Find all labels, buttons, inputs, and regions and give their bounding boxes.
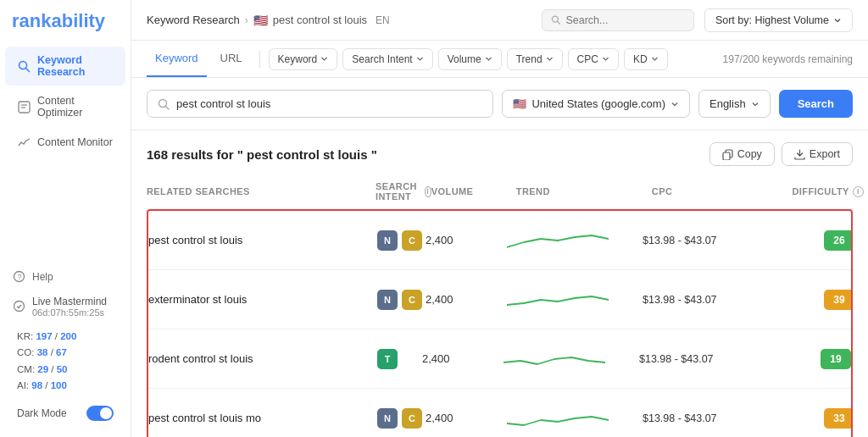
chevron-down-icon <box>670 100 679 108</box>
filter-kd-label: KD <box>633 53 648 65</box>
difficulty-cell: 39 <box>778 290 853 310</box>
nav-label-keyword-research: Keyword Research <box>37 54 114 78</box>
logo: rankability <box>0 10 131 46</box>
mastermind-icon <box>12 300 25 313</box>
keyword-search-box[interactable] <box>147 90 493 118</box>
mastermind-timer: 06d:07h:55m:25s <box>32 307 107 318</box>
trend-cell <box>507 220 643 260</box>
language-label: English <box>709 97 746 110</box>
intent-badge-c: C <box>402 230 422 251</box>
filter-keyword[interactable]: Keyword <box>269 48 338 70</box>
search-icon <box>158 98 170 110</box>
svg-text:?: ? <box>17 273 21 281</box>
content-optimizer-icon <box>17 100 31 113</box>
cpc-cell: $13.98 - $43.07 <box>639 353 775 365</box>
intent-badge-c: C <box>402 408 422 429</box>
keyword-cell: pest control st louis <box>148 222 377 258</box>
keyword-search-input[interactable] <box>176 97 482 110</box>
sort-button[interactable]: Sort by: Highest Volume <box>704 8 853 32</box>
col-related-searches: Related Searches <box>147 181 376 202</box>
filter-keyword-label: Keyword <box>278 53 318 65</box>
intent-badge-n: N <box>377 290 398 310</box>
chevron-down-icon <box>651 55 659 63</box>
intent-badge-n: N <box>377 230 398 251</box>
chevron-down-icon <box>602 55 609 63</box>
table-body: pest control st louisNC2,400$13.98 - $43… <box>147 209 853 437</box>
filter-kd[interactable]: KD <box>624 48 668 70</box>
topbar-search-box[interactable] <box>542 9 694 31</box>
search-area: 🇺🇸 United States (google.com) English Se… <box>131 78 868 130</box>
sidebar-item-content-optimizer[interactable]: Content Optimizer <box>5 87 125 126</box>
breadcrumb-separator: › <box>245 14 248 26</box>
kr-used: 197 <box>36 331 52 341</box>
tab-keyword[interactable]: Keyword <box>147 41 207 77</box>
svg-point-7 <box>14 301 24 312</box>
difficulty-cell: 33 <box>778 408 853 429</box>
filter-trend[interactable]: Trend <box>507 48 563 70</box>
sidebar-item-content-monitor[interactable]: Content Monitor <box>5 128 125 157</box>
export-icon <box>794 149 805 160</box>
topbar: Keyword Research › 🇺🇸 pest control st lo… <box>131 0 868 41</box>
tab-url-label: URL <box>220 52 242 64</box>
difficulty-info-icon[interactable]: i <box>853 186 864 197</box>
ai-total: 100 <box>51 380 67 390</box>
table-row[interactable]: rodent control st louisT2,400$13.98 - $4… <box>148 329 851 389</box>
logo-text: ability <box>51 10 105 31</box>
copy-icon <box>722 149 733 160</box>
difficulty-badge: 26 <box>824 230 853 251</box>
results-title: 168 results for " pest control st louis … <box>147 147 377 162</box>
mastermind-label: Live Mastermind <box>32 296 107 307</box>
topbar-search-input[interactable] <box>565 14 684 26</box>
country-flag: 🇺🇸 <box>513 97 526 110</box>
ai-used: 98 <box>31 380 42 390</box>
sidebar-item-keyword-research[interactable]: Keyword Research <box>5 47 125 86</box>
country-selector[interactable]: 🇺🇸 United States (google.com) <box>502 90 690 118</box>
table-row[interactable]: pest control st louis moNC2,400$13.98 - … <box>148 389 851 437</box>
breadcrumb: Keyword Research › 🇺🇸 pest control st lo… <box>147 14 390 27</box>
results-count: 168 <box>147 147 168 162</box>
filter-trend-label: Trend <box>516 53 542 65</box>
keyword-research-icon <box>17 59 31 73</box>
search-intent-info-icon[interactable]: i <box>425 186 431 197</box>
copy-label: Copy <box>737 148 762 160</box>
col-search-intent: Search Intent i <box>376 181 431 202</box>
results-label: results for " <box>171 147 243 162</box>
filter-volume-label: Volume <box>448 53 481 65</box>
main-content: Keyword Research › 🇺🇸 pest control st lo… <box>131 0 868 437</box>
difficulty-badge: 39 <box>824 290 853 310</box>
svg-line-11 <box>165 106 169 109</box>
nav-label-content-monitor: Content Monitor <box>37 136 113 148</box>
breadcrumb-link[interactable]: Keyword Research <box>147 14 240 26</box>
export-button[interactable]: Export <box>782 142 853 166</box>
intent-cell: T <box>377 349 419 369</box>
chevron-down-icon <box>485 55 492 63</box>
results-header: 168 results for " pest control st louis … <box>147 130 853 174</box>
copy-button[interactable]: Copy <box>709 142 775 166</box>
volume-cell: 2,400 <box>422 412 507 424</box>
dark-mode-toggle[interactable] <box>86 406 114 421</box>
sidebar-live-mastermind[interactable]: Live Mastermind 06d:07h:55m:25s <box>5 290 125 324</box>
filter-search-intent[interactable]: Search Intent <box>342 48 432 70</box>
table-row[interactable]: exterminator st louisNC2,400$13.98 - $43… <box>148 270 851 329</box>
toggle-dot <box>100 407 112 419</box>
search-button[interactable]: Search <box>779 90 853 118</box>
intent-badge-n: N <box>377 408 398 429</box>
col-difficulty: Difficulty i <box>787 181 864 202</box>
divider <box>259 51 260 68</box>
svg-line-9 <box>557 21 559 24</box>
tab-url[interactable]: URL <box>212 41 251 77</box>
intent-cell: NC <box>377 290 422 310</box>
co-total: 67 <box>56 347 67 357</box>
table-row[interactable]: pest control st louisNC2,400$13.98 - $43… <box>148 211 851 270</box>
intent-cell: NC <box>377 408 422 429</box>
filter-volume[interactable]: Volume <box>438 48 502 70</box>
sidebar-help[interactable]: ? Help <box>5 264 125 290</box>
filter-cpc[interactable]: CPC <box>568 48 619 70</box>
action-buttons: Copy Export <box>709 142 853 166</box>
language-selector[interactable]: English <box>698 90 771 118</box>
sort-label: Sort by: Highest Volume <box>715 14 829 26</box>
chevron-down-icon <box>416 55 424 63</box>
logo-accent: rank <box>12 10 51 31</box>
content-monitor-icon <box>17 136 31 149</box>
results-query: pest control st louis <box>247 147 368 162</box>
